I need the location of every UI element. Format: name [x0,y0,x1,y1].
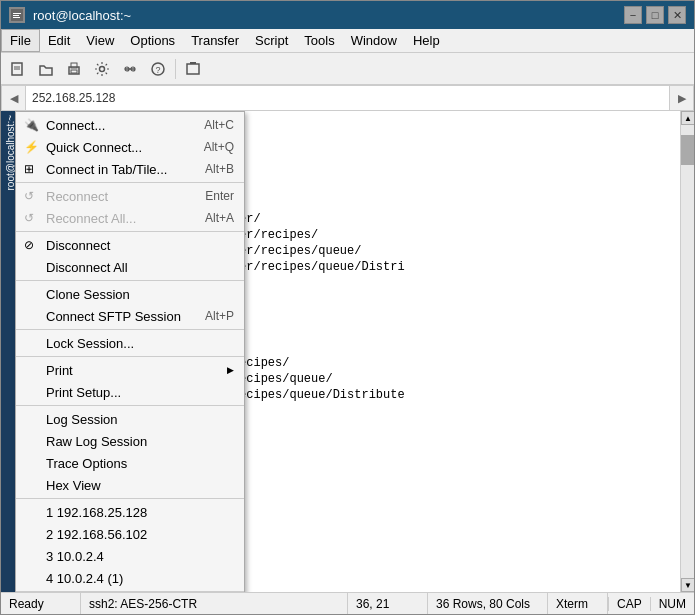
menu-print-setup[interactable]: Print Setup... [16,381,244,403]
disconnect-icon: ⊘ [24,238,34,252]
menu-script[interactable]: Script [247,29,296,52]
menu-reconnect-all[interactable]: ↺ Reconnect All... Alt+A [16,207,244,229]
menu-disconnect-all[interactable]: Disconnect All [16,256,244,278]
num-text: NUM [659,597,686,611]
clone-session-label: Clone Session [46,287,234,302]
address-value: 252.168.25.128 [26,91,669,105]
connect-sftp-label: Connect SFTP Session [46,309,185,324]
status-bar: Ready ssh2: AES-256-CTR 36, 21 36 Rows, … [1,592,694,614]
main-window: root@localhost:~ − □ ✕ File Edit View Op… [0,0,695,615]
main-area: root@localhost:~ ue/src/c/README.txt ue/… [1,111,694,592]
address-forward-btn[interactable]: ▶ [669,86,693,110]
toolbar-separator [175,59,176,79]
menu-lock-session[interactable]: Lock Session... [16,332,244,354]
menu-section-disconnect: ⊘ Disconnect Disconnect All [16,232,244,281]
reconnect-shortcut: Enter [205,189,234,203]
hex-view-label: Hex View [46,478,234,493]
menu-transfer[interactable]: Transfer [183,29,247,52]
menu-session-1[interactable]: 1 192.168.25.128 [16,501,244,523]
connect-label: Connect... [46,118,184,133]
rows-text: 36 Rows, 80 Cols [436,597,530,611]
menu-clone-session[interactable]: Clone Session [16,283,244,305]
toolbar-settings-btn[interactable] [89,56,115,82]
menu-options[interactable]: Options [122,29,183,52]
svg-rect-16 [190,62,196,64]
print-label: Print [46,363,223,378]
reconnect-all-shortcut: Alt+A [205,211,234,225]
session-3-label: 3 10.0.2.4 [46,549,234,564]
menu-section-clone: Clone Session Connect SFTP Session Alt+P [16,281,244,330]
menu-section-reconnect: ↺ Reconnect Enter ↺ Reconnect All... Alt… [16,183,244,232]
menu-edit[interactable]: Edit [40,29,78,52]
menu-quick-connect[interactable]: ⚡ Quick Connect... Alt+Q [16,136,244,158]
menu-help[interactable]: Help [405,29,448,52]
maximize-button[interactable]: □ [646,6,664,24]
connect-shortcut: Alt+C [204,118,234,132]
menu-disconnect[interactable]: ⊘ Disconnect [16,234,244,256]
close-button[interactable]: ✕ [668,6,686,24]
connect-icon: 🔌 [24,118,39,132]
menu-tools[interactable]: Tools [296,29,342,52]
menu-connect[interactable]: 🔌 Connect... Alt+C [16,114,244,136]
status-ssh: ssh2: AES-256-CTR [81,593,348,614]
svg-text:?: ? [155,65,160,75]
reconnect-all-label: Reconnect All... [46,211,185,226]
menu-connect-sftp[interactable]: Connect SFTP Session Alt+P [16,305,244,327]
quick-connect-label: Quick Connect... [46,140,184,155]
menu-reconnect[interactable]: ↺ Reconnect Enter [16,185,244,207]
menu-connect-tab[interactable]: ⊞ Connect in Tab/Tile... Alt+B [16,158,244,180]
menu-session-4[interactable]: 4 10.0.2.4 (1) [16,567,244,589]
address-bar: ◀ 252.168.25.128 ▶ [1,85,694,111]
menu-view[interactable]: View [78,29,122,52]
menu-raw-log-session[interactable]: Raw Log Session [16,430,244,452]
connect-tab-shortcut: Alt+B [205,162,234,176]
svg-rect-1 [13,13,21,14]
connect-sftp-shortcut: Alt+P [205,309,234,323]
status-cap: CAP [608,597,650,611]
status-ready: Ready [1,593,81,614]
cap-text: CAP [617,597,642,611]
connect-tab-icon: ⊞ [24,162,34,176]
log-session-label: Log Session [46,412,234,427]
toolbar-open-btn[interactable] [33,56,59,82]
status-rows: 36 Rows, 80 Cols [428,593,548,614]
disconnect-all-label: Disconnect All [46,260,234,275]
print-setup-label: Print Setup... [46,385,234,400]
file-dropdown-menu: 🔌 Connect... Alt+C ⚡ Quick Connect... Al… [15,111,245,592]
menu-log-session[interactable]: Log Session [16,408,244,430]
raw-log-session-label: Raw Log Session [46,434,234,449]
svg-point-10 [100,66,105,71]
ssh-text: ssh2: AES-256-CTR [89,597,197,611]
menu-print[interactable]: Print [16,359,244,381]
menu-session-2[interactable]: 2 192.168.56.102 [16,523,244,545]
status-right: CAP NUM [608,597,694,611]
menu-session-3[interactable]: 3 10.0.2.4 [16,545,244,567]
minimize-button[interactable]: − [624,6,642,24]
toolbar-new-btn[interactable] [5,56,31,82]
reconnect-icon: ↺ [24,189,34,203]
title-bar-left: root@localhost:~ [9,7,131,23]
toolbar-help-btn[interactable]: ? [145,56,171,82]
status-num: NUM [650,597,694,611]
svg-rect-9 [71,70,77,73]
reconnect-label: Reconnect [46,189,185,204]
toolbar-screenshot-btn[interactable] [180,56,206,82]
lock-session-label: Lock Session... [46,336,234,351]
toolbar-print-btn[interactable] [61,56,87,82]
ready-text: Ready [9,597,44,611]
svg-rect-3 [13,17,20,18]
position-text: 36, 21 [356,597,389,611]
menu-trace-options[interactable]: Trace Options [16,452,244,474]
toolbar-connect-btn[interactable] [117,56,143,82]
menu-section-lock: Lock Session... [16,330,244,357]
status-position: 36, 21 [348,593,428,614]
trace-options-label: Trace Options [46,456,234,471]
menu-window[interactable]: Window [343,29,405,52]
quick-connect-shortcut: Alt+Q [204,140,234,154]
menu-section-connect: 🔌 Connect... Alt+C ⚡ Quick Connect... Al… [16,112,244,183]
address-back-btn[interactable]: ◀ [2,86,26,110]
menu-file[interactable]: File [1,29,40,52]
menu-section-sessions: 1 192.168.25.128 2 192.168.56.102 3 10.0… [16,499,244,592]
disconnect-label: Disconnect [46,238,234,253]
menu-hex-view[interactable]: Hex View [16,474,244,496]
